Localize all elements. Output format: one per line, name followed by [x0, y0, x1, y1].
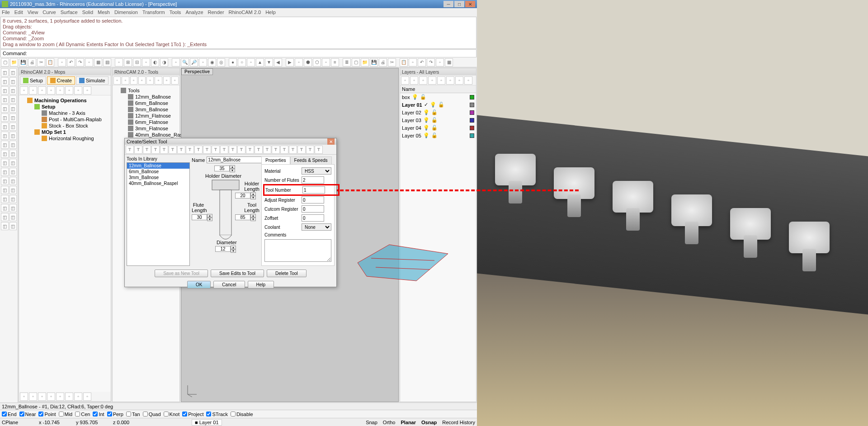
ok-button[interactable]: OK — [187, 281, 211, 289]
side-btn-2-0[interactable]: ◫ — [1, 86, 9, 95]
side-btn-4-1[interactable]: ◫ — [9, 104, 17, 113]
toolbar-btn-36[interactable]: ≣ — [343, 58, 351, 66]
side-btn-14-0[interactable]: ◫ — [1, 195, 9, 203]
toolbar-btn-19[interactable]: 🔍 — [181, 58, 189, 66]
flute-len-input[interactable]: ▲▼ — [192, 214, 212, 220]
toolstb-btn-4[interactable]: ▫ — [146, 76, 154, 85]
toolstb-btn-0[interactable]: ▫ — [113, 76, 121, 85]
side-btn-10-0[interactable]: ◫ — [1, 159, 9, 167]
toolbar-btn-6[interactable]: ▫ — [58, 58, 66, 66]
menu-dimension[interactable]: Dimension — [114, 9, 138, 15]
toolbar-btn-11[interactable]: ▤ — [103, 58, 111, 66]
tool-type-tab-20[interactable]: ⊤ — [297, 146, 306, 154]
mopstb-btn-3[interactable]: ▫ — [47, 86, 55, 95]
side-btn-8-0[interactable]: ◫ — [1, 141, 9, 149]
adjust-register-input[interactable] — [302, 196, 324, 204]
menu-tools[interactable]: Tools — [170, 9, 181, 15]
toolbar-btn-22[interactable]: ◉ — [208, 58, 216, 66]
menu-solid[interactable]: Solid — [82, 9, 93, 15]
toolbar-btn-29[interactable]: ◀ — [274, 58, 282, 66]
toolbar-btn-12[interactable]: ▫ — [115, 58, 123, 66]
toolbar-btn-31[interactable]: ▫ — [295, 58, 303, 66]
toolbar-btn-40[interactable]: 🖨 — [379, 58, 387, 66]
toolstb-btn-1[interactable]: ▫ — [122, 76, 129, 85]
layer-box[interactable]: box💡🔓 — [400, 93, 476, 101]
toolbar-btn-20[interactable]: 🔎 — [190, 58, 198, 66]
side-btn-1-0[interactable]: ◫ — [1, 77, 9, 85]
tool-type-tab-12[interactable]: ⊤ — [229, 146, 237, 154]
coolant-select[interactable]: None — [302, 223, 331, 231]
tree-mopset[interactable]: MOp Set 1 — [28, 129, 109, 135]
layer-Layer05[interactable]: Layer 05💡🔓 — [400, 132, 476, 139]
toolbar-btn-18[interactable]: ▫ — [172, 58, 180, 66]
tab-feeds-speeds[interactable]: Feeds & Speeds — [290, 156, 332, 164]
toolbar-btn-25[interactable]: ○ — [238, 58, 246, 66]
toolbar-btn-27[interactable]: ▲ — [256, 58, 264, 66]
layerstb-btn-7[interactable]: ▫ — [464, 76, 472, 85]
side-btn-6-1[interactable]: ◫ — [9, 123, 17, 131]
menu-rhinocam20[interactable]: RhinoCAM 2.0 — [229, 9, 261, 15]
tab-create[interactable]: Create — [47, 76, 75, 85]
comments-input[interactable] — [264, 239, 331, 262]
toolbar-btn-32[interactable]: ⬢ — [304, 58, 312, 66]
toolbar-btn-33[interactable]: ⬡ — [313, 58, 321, 66]
layer-Layer03[interactable]: Layer 03💡🔓 — [400, 116, 476, 124]
side-btn-16-0[interactable]: ◫ — [1, 213, 9, 221]
side-btn-11-0[interactable]: ◫ — [1, 168, 9, 176]
snap-tan[interactable] — [126, 412, 131, 417]
side-btn-0-1[interactable]: ◫ — [9, 68, 17, 76]
mopsbtb-btn-6[interactable]: ▫ — [74, 393, 82, 401]
side-btn-14-1[interactable]: ◫ — [9, 195, 17, 203]
tool-type-tab-15[interactable]: ⊤ — [255, 146, 263, 154]
toolbar-btn-3[interactable]: 🖨 — [28, 58, 36, 66]
tool-type-tab-14[interactable]: ⊤ — [246, 146, 254, 154]
tool-type-tab-3[interactable]: ⊤ — [151, 146, 160, 154]
lib-item-3mm_Ballnose[interactable]: 3mm_Ballnose — [127, 175, 189, 180]
command-line[interactable]: Command: — [0, 49, 476, 57]
mopsbtb-btn-1[interactable]: ▫ — [29, 393, 37, 401]
side-btn-3-0[interactable]: ◫ — [1, 95, 9, 104]
toolbar-btn-24[interactable]: ● — [229, 58, 237, 66]
tool-type-tab-6[interactable]: ⊤ — [177, 146, 185, 154]
tab-setup[interactable]: Setup — [20, 76, 46, 85]
lib-item-12mm_Ballnose[interactable]: 12mm_Ballnose — [127, 163, 189, 169]
record-history-toggle[interactable]: Record History — [442, 420, 475, 425]
snap-cen[interactable] — [75, 412, 80, 417]
toolbar-btn-35[interactable]: ≡ — [331, 58, 339, 66]
side-btn-13-1[interactable]: ◫ — [9, 186, 17, 194]
mopstb-btn-7[interactable]: ▫ — [83, 86, 91, 95]
side-btn-12-1[interactable]: ◫ — [9, 177, 17, 185]
holder-len-input[interactable]: ▲▼ — [235, 192, 256, 199]
snap-quad[interactable] — [143, 412, 148, 417]
tool-type-tab-16[interactable]: ⊤ — [263, 146, 271, 154]
toolbar-btn-26[interactable]: ▫ — [247, 58, 255, 66]
side-btn-15-1[interactable]: ◫ — [9, 204, 17, 212]
cutcom-register-input[interactable] — [302, 205, 324, 213]
menu-surface[interactable]: Surface — [61, 9, 78, 15]
menu-file[interactable]: File — [2, 9, 10, 15]
tool-type-tab-17[interactable]: ⊤ — [272, 146, 280, 154]
toolstb-btn-2[interactable]: ▫ — [130, 76, 137, 85]
toolbar-btn-41[interactable]: ✂ — [388, 58, 396, 66]
tree-stock[interactable]: Stock - Box Stock — [35, 123, 109, 129]
close-button[interactable]: ✕ — [465, 1, 475, 7]
tree-tools-root[interactable]: Tools — [114, 87, 178, 94]
tool-type-tab-8[interactable]: ⊤ — [194, 146, 203, 154]
side-btn-11-1[interactable]: ◫ — [9, 168, 17, 176]
side-btn-3-1[interactable]: ◫ — [9, 95, 17, 104]
menu-render[interactable]: Render — [208, 9, 224, 15]
tool-type-tab-19[interactable]: ⊤ — [289, 146, 297, 154]
toolbar-btn-45[interactable]: ↷ — [427, 58, 435, 66]
toolbar-btn-4[interactable]: ✂ — [37, 58, 45, 66]
maximize-button[interactable]: □ — [454, 1, 464, 7]
snap-near[interactable] — [19, 412, 24, 417]
toolbar-btn-1[interactable]: 📁 — [10, 58, 18, 66]
side-btn-4-0[interactable]: ◫ — [1, 104, 9, 113]
dialog-close-button[interactable]: ✕ — [327, 138, 335, 145]
side-btn-17-0[interactable]: ◫ — [1, 222, 9, 230]
osnap-toggle[interactable]: Osnap — [421, 420, 437, 425]
toolbar-btn-5[interactable]: 📋 — [46, 58, 54, 66]
tab-simulate[interactable]: Simulate — [76, 76, 108, 85]
toolbar-btn-14[interactable]: ⊟ — [133, 58, 141, 66]
menu-help[interactable]: Help — [265, 9, 276, 15]
